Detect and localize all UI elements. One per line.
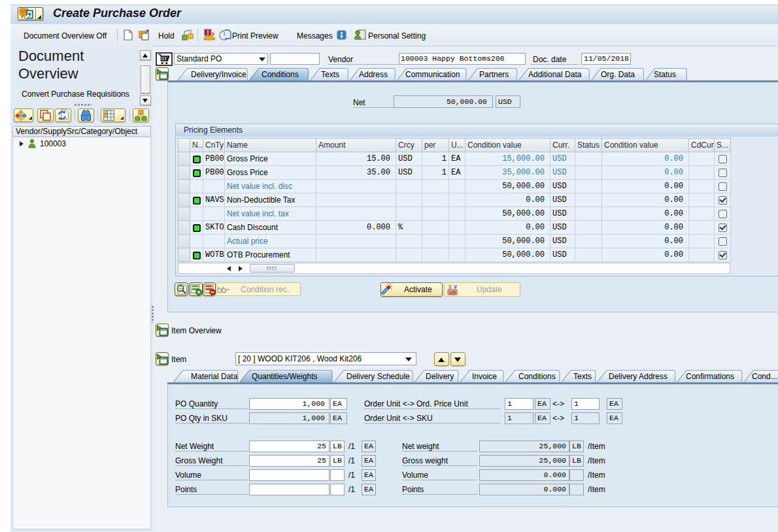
svg-text:Delivery/Invoice: Delivery/Invoice [191, 70, 246, 79]
svg-text:$: $ [448, 284, 452, 290]
svg-text:Quantities/Weights: Quantities/Weights [252, 372, 318, 381]
svg-text:Material Data: Material Data [191, 372, 238, 381]
svg-text:Conditions: Conditions [518, 372, 556, 381]
svg-text:¥: ¥ [454, 284, 457, 290]
svg-text:Confirmations: Confirmations [686, 372, 734, 381]
svg-text:Cond...: Cond... [752, 372, 777, 381]
svg-text:Status: Status [654, 70, 676, 79]
svg-text:Delivery Address: Delivery Address [609, 372, 668, 381]
svg-text:Communication: Communication [405, 70, 460, 79]
svg-text:100: 100 [449, 290, 456, 295]
svg-text:Delivery: Delivery [426, 372, 454, 381]
svg-text:Conditions: Conditions [262, 70, 299, 79]
svg-text:Additional Data: Additional Data [528, 70, 582, 79]
svg-text:Texts: Texts [321, 70, 339, 79]
svg-text:Texts: Texts [573, 372, 592, 381]
svg-text:Partners: Partners [479, 70, 509, 79]
svg-text:Address: Address [359, 70, 388, 79]
svg-text:Invoice: Invoice [472, 372, 497, 381]
svg-text:Delivery Schedule: Delivery Schedule [347, 372, 410, 381]
svg-text:Org. Data: Org. Data [601, 70, 635, 79]
